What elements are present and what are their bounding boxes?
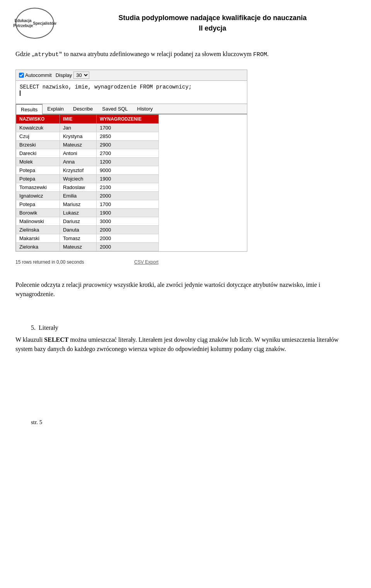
autocommit-checkbox-label[interactable]: Autocommit [19,72,52,78]
page-title: Studia podyplomowe nadające kwalifikacje… [70,13,356,34]
section-body-bold: SELECT [44,336,68,343]
logo-text-line2: Specjalistów [33,21,56,26]
cell-r1-c2: 2850 [97,132,159,140]
cell-r13-c2: 2000 [97,234,159,242]
cell-r0-c2: 1700 [97,123,159,132]
table-row: MolekAnna1200 [16,157,159,166]
results-summary: 15 rows returned in 0,00 seconds [15,259,84,265]
section-heading: 5. Literały [31,324,356,331]
table-row: KowalczukJan1700 [16,123,159,132]
cell-r5-c2: 9000 [97,166,159,174]
table-row: BorowikLukasz1900 [16,208,159,217]
display-label: Display [56,72,72,78]
cell-r13-c0: Makarski [16,234,60,242]
page-header: Edukacja Potrzebuje Specjalistów Studia … [15,8,356,39]
table-row: IgnatowiczEmilia2000 [16,191,159,200]
table-row: ZielonkaMateusz2000 [16,242,159,251]
autocommit-label: Autocommit [25,72,52,78]
table-row: BrzeskiMateusz2900 [16,140,159,149]
table-row: CzujKrystyna2850 [16,132,159,140]
tab-describe[interactable]: Describe [68,104,97,114]
sql-editor[interactable]: SELECT nazwisko, imie, wynagrodzenie FRO… [16,81,247,104]
cell-r8-c1: Emilia [60,191,96,200]
cell-r5-c0: Potepa [16,166,60,174]
cell-r8-c2: 2000 [97,191,159,200]
cell-r2-c1: Mateusz [60,140,96,149]
col-header-nazwisko: NAZWISKO [16,114,60,123]
section-number: 5. [31,324,36,331]
title-line2: II edycja [199,24,226,32]
section-body: W klauzuli SELECT można umieszczać liter… [15,335,356,354]
table-row: TomaszewkiRadoslaw2100 [16,183,159,191]
tab-results[interactable]: Results [16,104,43,114]
cell-r4-c1: Anna [60,157,96,166]
table-row: MalinowskiDariusz3000 [16,217,159,225]
tab-history[interactable]: History [133,104,157,114]
cell-r14-c2: 2000 [97,242,159,251]
cell-r1-c1: Krystyna [60,132,96,140]
intro-text-part1: Gdzie „ [15,51,34,57]
cell-r6-c1: Wojciech [60,174,96,183]
intro-code1: atrybut" [34,51,62,58]
cell-r9-c0: Potepa [16,200,60,208]
logo-text-line1: Edukacja Potrzebuje [13,18,33,28]
cell-r3-c0: Darecki [16,149,60,157]
cell-r6-c0: Potepa [16,174,60,183]
csv-export-link[interactable]: CSV Export [134,259,158,265]
table-row: PotepaKrzysztof9000 [16,166,159,174]
logo-image: Edukacja Potrzebuje Specjalistów [15,8,54,39]
cell-r10-c0: Borowik [16,208,60,217]
cell-r11-c1: Dariusz [60,217,96,225]
table-header-row: NAZWISKO IMIE WYNAGRODZENIE [16,114,159,123]
cell-r2-c0: Brzeski [16,140,60,149]
table-row: DareckiAntoni2700 [16,149,159,157]
cell-r5-c1: Krzysztof [60,166,96,174]
intro-text-part2: to nazwa atrybutu zdefiniowanego w relac… [62,51,253,57]
sql-query-text: SELECT nazwisko, imie, wynagrodzenie FRO… [20,84,192,90]
cell-r2-c2: 2900 [97,140,159,149]
sql-toolbar: Autocommit Display 30 [16,70,247,81]
cell-r1-c0: Czuj [16,132,60,140]
section-title: Literały [39,324,58,331]
intro-paragraph: Gdzie „atrybut" to nazwa atrybutu zdefin… [15,49,356,60]
cell-r4-c2: 1200 [97,157,159,166]
results-table: NAZWISKO IMIE WYNAGRODZENIE KowalczukJan… [16,114,159,251]
logo-box: Edukacja Potrzebuje Specjalistów [15,8,62,39]
cell-r11-c0: Malinowski [16,217,60,225]
cell-r7-c1: Radoslaw [60,183,96,191]
cell-r12-c2: 2000 [97,225,159,234]
tab-saved-sql[interactable]: Saved SQL [97,104,133,114]
table-row: PotepaMariusz1700 [16,200,159,208]
tab-explain[interactable]: Explain [43,104,68,114]
cell-r3-c2: 2700 [97,149,159,157]
results-tabs: Results Explain Describe Saved SQL Histo… [16,104,247,114]
section-body-part1: W klauzuli [15,336,44,343]
table-row: PotepaWojciech1900 [16,174,159,183]
description-paragraph: Polecenie odczyta z relacji pracownicy w… [15,280,356,299]
cell-r9-c2: 1700 [97,200,159,208]
sql-widget: Autocommit Display 30 SELECT nazwisko, i… [15,70,247,252]
results-footer: 15 rows returned in 0,00 seconds CSV Exp… [15,259,158,265]
table-row: MakarskiTomasz2000 [16,234,159,242]
cell-r11-c2: 3000 [97,217,159,225]
cell-r0-c1: Jan [60,123,96,132]
desc-part1: Polecenie odczyta z relacji [15,281,83,288]
cell-r10-c1: Lukasz [60,208,96,217]
page-number: str. 5 [31,419,42,426]
cell-r12-c1: Danuta [60,225,96,234]
cell-r10-c2: 1900 [97,208,159,217]
cell-r7-c2: 2100 [97,183,159,191]
intro-code2: FROM [253,51,267,58]
cell-r14-c0: Zielonka [16,242,60,251]
title-line1: Studia podyplomowe nadające kwalifikacje… [118,14,306,22]
cell-r9-c1: Mariusz [60,200,96,208]
table-row: ZielinskaDanuta2000 [16,225,159,234]
results-container: NAZWISKO IMIE WYNAGRODZENIE KowalczukJan… [16,114,247,251]
cell-r13-c1: Tomasz [60,234,96,242]
display-select[interactable]: 30 [73,72,89,79]
desc-italic: pracownicy [83,281,112,288]
autocommit-checkbox[interactable] [19,73,24,78]
col-header-wynagrodzenie: WYNAGRODZENIE [97,114,159,123]
intro-text-part3: . [267,51,269,57]
col-header-imie: IMIE [60,114,96,123]
